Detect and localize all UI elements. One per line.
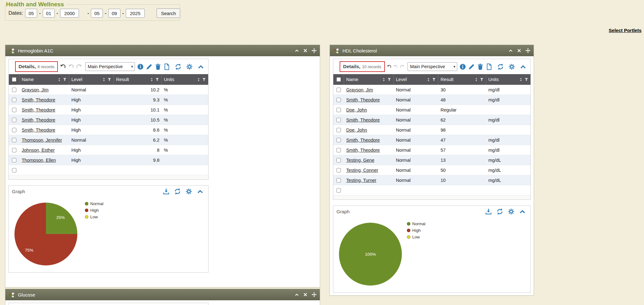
- gear-icon[interactable]: [508, 63, 515, 70]
- filter-icon[interactable]: [480, 78, 484, 81]
- sort-icon[interactable]: [382, 78, 386, 82]
- row-checkbox[interactable]: [336, 178, 341, 182]
- row-checkbox[interactable]: [336, 128, 341, 132]
- select-all-checkbox[interactable]: [12, 77, 16, 82]
- move-portlet-icon[interactable]: [312, 48, 317, 53]
- patient-name-link[interactable]: Johnson, Esther: [22, 148, 55, 153]
- filter-icon[interactable]: [63, 78, 67, 81]
- row-checkbox[interactable]: [12, 88, 16, 92]
- patient-name-link[interactable]: Smith, Theodore: [346, 117, 380, 123]
- redo-icon[interactable]: [76, 64, 82, 70]
- row-checkbox[interactable]: [336, 188, 341, 193]
- gear-icon[interactable]: [508, 208, 514, 215]
- column-header-result[interactable]: Result: [438, 74, 486, 85]
- close-portlet-icon[interactable]: [303, 48, 308, 53]
- filter-icon[interactable]: [525, 78, 528, 81]
- collapse-section-icon[interactable]: [519, 208, 526, 215]
- row-checkbox[interactable]: [12, 98, 16, 102]
- row-checkbox[interactable]: [336, 108, 341, 112]
- row-checkbox[interactable]: [12, 148, 16, 152]
- close-portlet-icon[interactable]: [517, 48, 521, 53]
- refresh-icon[interactable]: [175, 63, 181, 70]
- column-header-units[interactable]: Units: [162, 74, 208, 85]
- move-portlet-icon[interactable]: [312, 292, 317, 297]
- patient-name-link[interactable]: Smith, Theodore: [346, 97, 380, 102]
- patient-name-link[interactable]: Thompson, Jennifer: [22, 138, 62, 143]
- row-checkbox[interactable]: [336, 148, 341, 152]
- patient-name-link[interactable]: Doe, John: [346, 128, 367, 133]
- portlet-titlebar[interactable]: Glucose: [5, 289, 320, 300]
- column-header-result[interactable]: Result: [114, 74, 162, 85]
- download-icon[interactable]: [163, 188, 169, 195]
- row-checkbox[interactable]: [12, 118, 16, 122]
- patient-name-link[interactable]: Smith, Theodore: [22, 117, 55, 123]
- collapse-portlet-icon[interactable]: [508, 48, 513, 53]
- column-header-name[interactable]: Name: [344, 74, 394, 85]
- from-year-field[interactable]: [60, 9, 79, 18]
- info-icon[interactable]: [459, 63, 466, 70]
- row-checkbox[interactable]: [12, 108, 16, 112]
- patient-name-link[interactable]: Smith, Theodore: [22, 128, 55, 133]
- perspective-dropdown[interactable]: Main Perspective ▾: [85, 62, 135, 71]
- column-header-units[interactable]: Units: [486, 74, 530, 85]
- patient-name-link[interactable]: Smith, Theodore: [346, 138, 380, 143]
- perspective-dropdown[interactable]: Main Perspective ▾: [408, 62, 457, 71]
- filter-icon[interactable]: [155, 78, 159, 81]
- to-day-field[interactable]: [108, 9, 120, 18]
- from-day-field[interactable]: [43, 9, 55, 18]
- patient-name-link[interactable]: Doe, John: [346, 107, 367, 112]
- row-checkbox[interactable]: [336, 168, 341, 172]
- patient-name-link[interactable]: Smith, Theodore: [22, 97, 55, 102]
- sort-icon[interactable]: [57, 78, 61, 82]
- select-portlets-link[interactable]: Select Portlets: [609, 28, 641, 33]
- row-checkbox[interactable]: [336, 138, 341, 142]
- document-icon[interactable]: [486, 63, 492, 70]
- row-checkbox[interactable]: [12, 138, 16, 142]
- column-header-level[interactable]: Level: [69, 74, 114, 85]
- filter-icon[interactable]: [387, 78, 391, 81]
- collapse-portlet-icon[interactable]: [295, 48, 299, 53]
- select-all-checkbox[interactable]: [336, 77, 341, 82]
- portlet-titlebar[interactable]: Hemoglobin A1C: [5, 45, 320, 56]
- refresh-icon[interactable]: [497, 208, 503, 215]
- collapse-portlet-icon[interactable]: [295, 292, 299, 297]
- redo-icon[interactable]: [400, 64, 404, 70]
- document-icon[interactable]: [164, 63, 170, 70]
- row-checkbox[interactable]: [336, 158, 341, 162]
- patient-name-link[interactable]: Testing, Gene: [346, 158, 374, 163]
- row-checkbox[interactable]: [12, 128, 16, 132]
- close-portlet-icon[interactable]: [303, 292, 308, 297]
- move-portlet-icon[interactable]: [525, 48, 530, 53]
- filter-icon[interactable]: [432, 78, 436, 81]
- sort-icon[interactable]: [197, 78, 201, 82]
- patient-name-link[interactable]: Smith, Theodore: [22, 107, 55, 112]
- filter-icon[interactable]: [202, 78, 206, 81]
- collapse-section-icon[interactable]: [197, 188, 203, 195]
- sort-icon[interactable]: [150, 78, 154, 82]
- sort-icon[interactable]: [102, 78, 106, 82]
- patient-name-link[interactable]: Grayson, Jim: [346, 87, 373, 92]
- delete-icon[interactable]: [477, 63, 484, 70]
- patient-name-link[interactable]: Smith, Theodore: [346, 148, 380, 153]
- gear-icon[interactable]: [186, 188, 192, 195]
- download-icon[interactable]: [485, 208, 492, 215]
- search-button[interactable]: Search: [157, 8, 180, 18]
- edit-icon[interactable]: [468, 63, 475, 70]
- column-header-level[interactable]: Level: [394, 74, 438, 85]
- patient-name-link[interactable]: Grayson, Jim: [22, 87, 48, 92]
- sort-icon[interactable]: [519, 78, 523, 82]
- refresh-icon[interactable]: [497, 63, 504, 70]
- row-checkbox[interactable]: [336, 98, 341, 102]
- from-month-field[interactable]: [25, 9, 37, 18]
- undo-all-icon[interactable]: [68, 64, 74, 70]
- row-checkbox[interactable]: [12, 168, 16, 172]
- sort-icon[interactable]: [426, 78, 430, 82]
- collapse-section-icon[interactable]: [197, 63, 204, 70]
- row-checkbox[interactable]: [336, 118, 341, 122]
- to-year-field[interactable]: [126, 9, 145, 18]
- undo-icon[interactable]: [60, 64, 66, 70]
- patient-name-link[interactable]: Testing, Turner: [346, 178, 376, 183]
- column-header-name[interactable]: Name: [19, 74, 69, 85]
- to-month-field[interactable]: [91, 9, 103, 18]
- portlet-titlebar[interactable]: HDL Cholesterol: [330, 45, 534, 56]
